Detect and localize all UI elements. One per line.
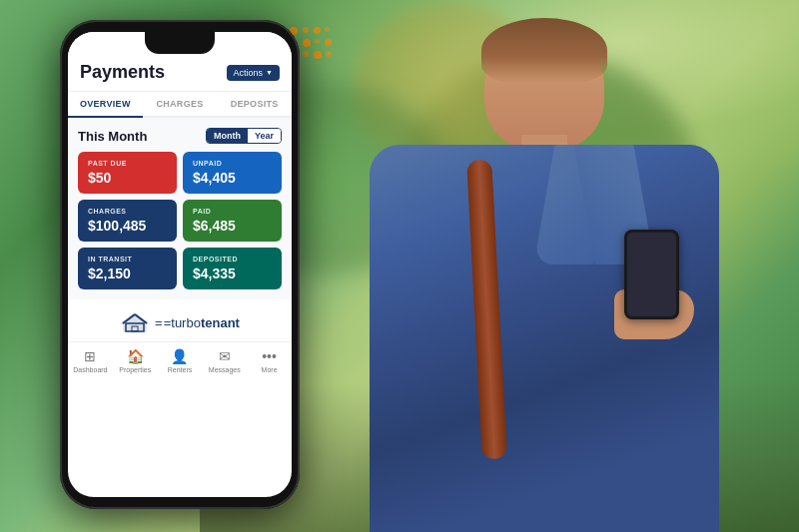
main-content: This Month Month Year PAST DUE $50 (68, 118, 292, 299)
phone-mockup: Payments Actions ▼ OVERVIEW CHARGES DEPO… (60, 20, 300, 509)
logo-house-icon (120, 311, 150, 333)
dot-7 (315, 39, 320, 44)
bottom-nav: ⊞ Dashboard 🏠 Properties 👤 Renters ✉ Mes… (68, 341, 292, 377)
stat-paid-label: PAID (193, 208, 272, 215)
stat-in-transit-value: $2,150 (88, 266, 167, 281)
nav-renters[interactable]: 👤 Renters (158, 348, 203, 373)
logo-tenant: tenant (201, 315, 240, 330)
tab-charges[interactable]: CHARGES (143, 92, 218, 116)
dot-2 (303, 27, 309, 33)
dot-8 (325, 39, 332, 46)
dashboard-icon: ⊞ (84, 348, 96, 364)
page-title: Payments (80, 62, 165, 83)
nav-properties[interactable]: 🏠 Properties (113, 348, 158, 373)
chevron-down-icon: ▼ (266, 69, 273, 76)
nav-more-label: More (262, 366, 278, 373)
nav-renters-label: Renters (168, 366, 193, 373)
renters-icon: 👤 (171, 348, 188, 364)
logo-turbo: =turbo (164, 315, 201, 330)
period-year-button[interactable]: Year (248, 129, 281, 143)
tabs-bar: OVERVIEW CHARGES DEPOSITS (68, 92, 292, 118)
stats-grid: PAST DUE $50 UNPAID $4,405 CHARGES $100,… (78, 152, 282, 289)
section-title: This Month (78, 129, 147, 144)
stat-charges-value: $100,485 (88, 218, 167, 234)
phone-in-hand-screen (627, 233, 676, 316)
period-toggle: Month Year (206, 128, 282, 144)
more-icon: ••• (262, 348, 277, 364)
period-month-button[interactable]: Month (207, 129, 248, 143)
actions-label: Actions (234, 68, 264, 78)
stat-past-due: PAST DUE $50 (78, 152, 177, 194)
properties-icon: 🏠 (127, 348, 144, 364)
stat-in-transit-label: IN TRANSIT (88, 256, 167, 263)
stat-deposited-value: $4,335 (193, 266, 272, 281)
stat-unpaid-value: $4,405 (193, 170, 272, 186)
nav-dashboard-label: Dashboard (73, 366, 107, 373)
actions-button[interactable]: Actions ▼ (227, 65, 280, 81)
dot-11 (314, 51, 322, 59)
stat-past-due-value: $50 (88, 170, 167, 186)
logo-area: = =turbotenant (68, 299, 292, 341)
stat-charges: CHARGES $100,485 (78, 200, 177, 242)
stat-deposited-label: DEPOSITED (193, 256, 272, 263)
stat-unpaid: UNPAID $4,405 (183, 152, 282, 194)
logo-equals-icon: = (155, 315, 163, 330)
dot-12 (326, 51, 332, 57)
stat-paid: PAID $6,485 (183, 200, 282, 242)
tab-overview[interactable]: OVERVIEW (68, 92, 143, 116)
turbotenant-house-svg (120, 311, 150, 333)
tab-deposits[interactable]: DEPOSITS (217, 92, 292, 116)
stat-in-transit: IN TRANSIT $2,150 (78, 248, 177, 289)
logo-text-wrapper: = =turbotenant (155, 315, 240, 330)
person-hair (481, 18, 607, 83)
stat-charges-label: CHARGES (88, 208, 167, 215)
nav-messages-label: Messages (209, 366, 241, 373)
stat-deposited: DEPOSITED $4,335 (183, 248, 282, 289)
nav-more[interactable]: ••• More (247, 348, 292, 373)
phone-notch (145, 32, 215, 54)
nav-dashboard[interactable]: ⊞ Dashboard (68, 348, 113, 373)
phone-in-hand (624, 230, 679, 319)
stat-past-due-label: PAST DUE (88, 160, 167, 167)
dot-6 (303, 39, 311, 47)
phone-screen: Payments Actions ▼ OVERVIEW CHARGES DEPO… (68, 32, 292, 497)
dot-3 (314, 27, 321, 34)
messages-icon: ✉ (219, 348, 231, 364)
nav-properties-label: Properties (119, 366, 151, 373)
stat-unpaid-label: UNPAID (193, 160, 272, 167)
nav-messages[interactable]: ✉ Messages (202, 348, 247, 373)
dot-10 (303, 51, 309, 57)
stat-paid-value: $6,485 (193, 218, 272, 234)
section-header: This Month Month Year (78, 128, 282, 144)
dot-4 (325, 27, 330, 32)
